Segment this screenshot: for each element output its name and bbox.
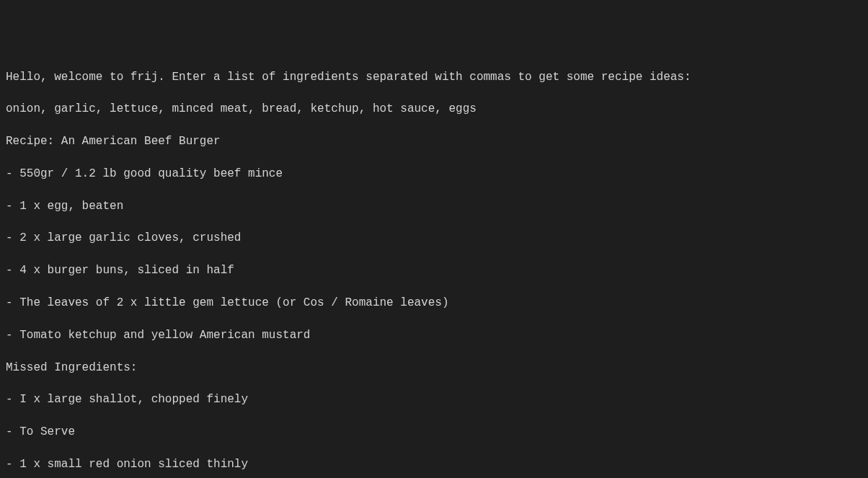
- ingredient-line: - 2 x large garlic cloves, crushed: [6, 230, 862, 246]
- ingredient-line: - Tomato ketchup and yellow American mus…: [6, 327, 862, 343]
- user-input: onion, garlic, lettuce, minced meat, bre…: [6, 101, 862, 117]
- recipe-title: Recipe: An American Beef Burger: [6, 133, 862, 149]
- ingredient-line: - 1 x egg, beaten: [6, 198, 862, 214]
- welcome-message: Hello, welcome to frij. Enter a list of …: [6, 69, 862, 85]
- missed-ingredient-line: - I x large shallot, chopped finely: [6, 391, 862, 407]
- ingredient-line: - The leaves of 2 x little gem lettuce (…: [6, 295, 862, 311]
- missed-header: Missed Ingredients:: [6, 360, 862, 376]
- missed-ingredient-line: - 1 x small red onion sliced thinly: [6, 456, 862, 472]
- missed-ingredient-line: - To Serve: [6, 424, 862, 440]
- ingredient-line: - 4 x burger buns, sliced in half: [6, 262, 862, 278]
- ingredient-line: - 550gr / 1.2 lb good quality beef mince: [6, 166, 862, 182]
